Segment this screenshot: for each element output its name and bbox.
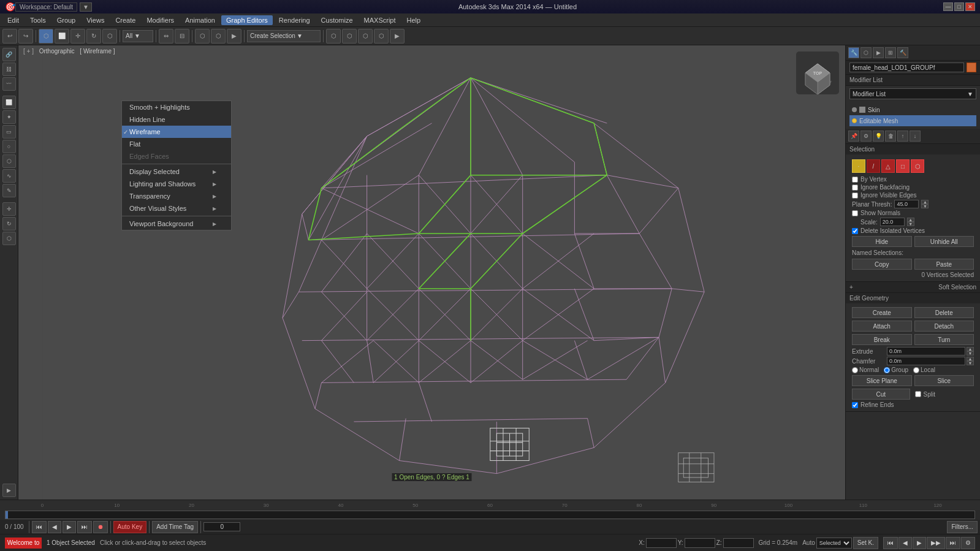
close-btn[interactable]: ✕ [965,2,975,11]
mod-up-btn[interactable]: ↑ [897,131,908,142]
extrude-spin-down[interactable]: ▼ [967,351,974,355]
menu-help[interactable]: Help [402,15,426,25]
unhide-all-btn[interactable]: Unhide All [914,236,974,247]
menu-display-selected[interactable]: Display Selected ▶ [122,165,231,178]
select-region-circ-btn[interactable]: ○ [2,140,16,153]
planar-spin-down[interactable]: ▼ [921,204,929,208]
break-btn[interactable]: Break [852,334,912,345]
next-key-btn[interactable]: ▶▶ [927,537,945,549]
maximize-btn[interactable]: □ [954,2,964,11]
select-object-btn[interactable]: ⬜ [2,96,16,109]
split-checkbox[interactable] [915,391,921,397]
select-region-lasso-btn[interactable]: ∿ [2,169,16,183]
undo-btn[interactable]: ↩ [2,29,17,44]
chamfer-spin-down[interactable]: ▼ [967,361,974,365]
scale-spin-up[interactable]: ▲ [907,218,914,222]
attach-btn[interactable]: Attach [852,321,912,332]
material-btn[interactable]: ⬡ [195,29,210,44]
hide-btn[interactable]: Hide [852,236,912,247]
modifier-editable-mesh[interactable]: Editable Mesh [849,115,976,126]
rp-tab-modify[interactable]: 🔧 [848,47,859,58]
menu-graph-editors[interactable]: Graph Editors [221,15,273,25]
minimize-btn[interactable]: — [943,2,953,11]
welcome-btn[interactable]: Welcome to [5,538,42,549]
select-btn[interactable]: ⬡ [39,29,53,44]
modifier-skin[interactable]: Skin [849,104,976,115]
menu-group[interactable]: Group [52,15,81,25]
modifier-list-dropdown[interactable]: Modifier List ▼ [849,88,976,99]
menu-transparency[interactable]: Transparency ▶ [122,190,231,202]
frame-input[interactable]: 0 [203,522,240,531]
nav-cube[interactable]: TOP FRONT TOP [796,51,839,94]
extrude-input[interactable] [887,347,965,355]
menu-customize[interactable]: Customize [316,15,358,25]
mod-active-btn[interactable]: 💡 [873,131,884,142]
select-region-rect-btn[interactable]: ▭ [2,125,16,139]
select-move-btn[interactable]: ✛ [2,202,16,216]
copy-btn[interactable]: Copy [852,259,912,270]
group-radio[interactable] [884,367,890,373]
menu-edit[interactable]: Edit [2,15,24,25]
paste-btn[interactable]: Paste [914,259,974,270]
link-btn[interactable]: 🔗 [2,48,16,61]
chamfer-input[interactable] [887,357,965,365]
detach-btn[interactable]: Detach [914,321,974,332]
delete-isolated-checkbox[interactable] [852,228,858,234]
quick-render-btn[interactable]: ▶ [390,29,405,44]
mod-down-btn[interactable]: ↓ [910,131,921,142]
goto-end-btn[interactable]: ⏭ [77,521,92,533]
menu-smooth-highlights[interactable]: Smooth + Highlights [122,101,231,113]
slice-btn[interactable]: Slice [914,375,974,386]
redo-btn[interactable]: ↪ [18,29,33,44]
menu-tools[interactable]: Tools [25,15,51,25]
select-name-btn[interactable]: ✦ [2,110,16,124]
select-region-btn[interactable]: ⬜ [55,29,69,44]
prev-key-btn[interactable]: ◀ [898,537,912,549]
animate-btn[interactable]: Auto Key [113,521,147,533]
scale-btn[interactable]: ⬡ [102,29,117,44]
rp-tab-utilities[interactable]: 🔨 [897,47,908,58]
rp-tab-hierarchy[interactable]: ⬡ [860,47,872,58]
scale-input[interactable] [880,218,905,226]
filter-btn[interactable]: Filters... [947,521,978,533]
delete-btn[interactable]: Delete [914,307,974,318]
sel-edge-icon[interactable]: / [867,159,880,173]
render-scene-btn[interactable]: ⬡ [374,29,389,44]
ignore-visible-edges-checkbox[interactable] [852,192,858,199]
bind-spacewarp-btn[interactable]: 〰 [2,77,16,91]
record-btn[interactable]: ⏺ [93,521,108,533]
play-btn[interactable]: ▶ [2,484,16,497]
z-coord-input[interactable] [723,538,754,548]
menu-lighting-shadows[interactable]: Lighting and Shadows ▶ [122,178,231,190]
goto-start-btn[interactable]: ⏮ [32,521,47,533]
sel-face-icon[interactable]: △ [881,159,895,173]
chamfer-spin-up[interactable]: ▲ [967,357,974,361]
goto-start-btn2[interactable]: ⏮ [883,537,898,549]
object-name-input[interactable] [849,63,964,72]
local-radio[interactable] [913,367,919,373]
sel-vertex-icon[interactable]: · [852,159,865,173]
play-btn2[interactable]: ▶ [913,537,926,549]
menu-animation[interactable]: Animation [180,15,220,25]
sel-poly-icon[interactable]: □ [896,159,910,173]
set-key-btn[interactable]: Set K. [853,537,878,549]
menu-wireframe[interactable]: Wireframe [122,126,231,138]
select-scale-btn[interactable]: ⬡ [2,232,16,245]
material-editor-btn[interactable]: ⬡ [358,29,373,44]
menu-maxscript[interactable]: MAXScript [359,15,401,25]
viewport[interactable]: [ + ] Orthographic [ Wireframe ] [18,45,845,500]
play-options-btn[interactable]: ⚙ [961,537,975,549]
select-filter-dropdown[interactable]: All ▼ [123,30,153,42]
mod-delete-btn[interactable]: 🗑 [885,131,896,142]
mod-pin-btn[interactable]: 📌 [848,131,859,142]
by-vertex-checkbox[interactable] [852,177,858,183]
mirror-btn[interactable]: ⇔ [159,29,173,44]
move-btn[interactable]: ✛ [70,29,85,44]
normal-radio[interactable] [852,367,858,373]
render-setup-btn[interactable]: ⬡ [211,29,226,44]
select-region-fence-btn[interactable]: ⬡ [2,154,16,168]
y-coord-input[interactable] [685,538,715,548]
menu-flat[interactable]: Flat [122,138,231,150]
slice-plane-btn[interactable]: Slice Plane [852,375,912,386]
play-fwd-btn[interactable]: ▶ [63,521,76,533]
